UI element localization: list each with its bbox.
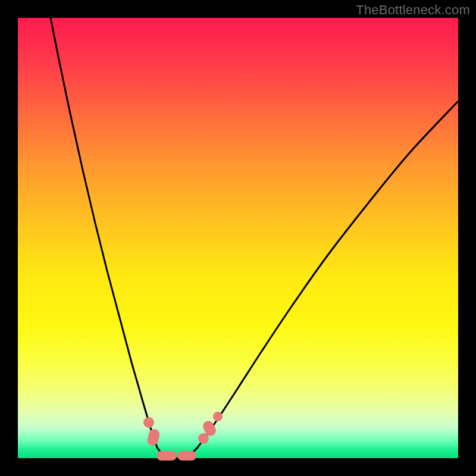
curve-marker-4 (198, 433, 209, 444)
curve-marker-2 (156, 451, 177, 461)
curve-marker-6 (213, 412, 223, 421)
curve-marker-3 (177, 451, 196, 461)
curve-path (51, 18, 458, 458)
curve-marker-0 (143, 417, 154, 428)
watermark-text: TheBottleneck.com (356, 2, 470, 18)
bottleneck-curve (18, 18, 458, 458)
chart-frame: TheBottleneck.com (0, 0, 476, 476)
curve-marker-1 (146, 428, 161, 447)
